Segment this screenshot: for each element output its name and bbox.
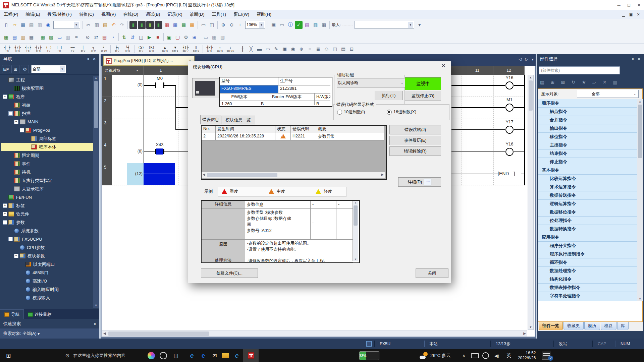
monitor-stop-icon[interactable]: ▢	[174, 34, 181, 41]
contact-bar[interactable]	[155, 82, 156, 88]
insert-row-icon[interactable]: ▬	[256, 45, 263, 53]
tab-scroll-right-icon[interactable]: ▷	[525, 57, 528, 62]
zoom-ladder-icon[interactable]: ⊕	[298, 45, 305, 53]
ladder-horizontal-scrollbar[interactable]: ◀▶	[102, 330, 527, 337]
ladder-vertical-scrollbar[interactable]: ▲▼	[528, 75, 534, 330]
ladder-symbol-F5-button[interactable]: ┤ ├F5	[2, 44, 12, 54]
save-icon[interactable]: ▦	[19, 21, 27, 29]
tree-item-无执行类型指定[interactable]: 无执行类型指定	[1, 176, 93, 185]
document-tab-progpou[interactable]: ProgPou [PRG] [LD] 监视执行... ✕	[103, 56, 195, 66]
instruction-category-顺序指令[interactable]: 顺序指令	[538, 99, 643, 108]
parts-toolbar-icon-7[interactable]: ✕	[601, 78, 608, 86]
zoom-out-icon[interactable]: ⊖	[228, 21, 235, 29]
tree-item-输入响应时间[interactable]: 输入响应时间	[1, 285, 93, 294]
mdi-close-button[interactable]: ✕	[635, 12, 642, 17]
comment-icon[interactable]: ▭	[56, 34, 63, 41]
max-combo[interactable]: ▼	[355, 21, 414, 29]
create-file-button[interactable]: 创建文件(C)...	[201, 268, 258, 278]
mail-app-icon[interactable]: ✉	[210, 351, 219, 360]
window-combo[interactable]: ▼	[53, 21, 80, 29]
tree-item-工程[interactable]: 工程	[1, 76, 93, 84]
instruction-group-字符串处理指令[interactable]: 字符串处理指令	[538, 292, 643, 300]
tree-item-模块参数[interactable]: −模块参数	[1, 252, 93, 260]
info-icon[interactable]: ⓘ	[286, 21, 294, 29]
instruction-group-算术运算指令[interactable]: 算术运算指令	[538, 183, 643, 191]
file-explorer-icon[interactable]	[222, 353, 229, 358]
ladder-symbol-sF8-button[interactable]: └┤sF8	[123, 44, 132, 54]
people-app-icon[interactable]	[148, 352, 155, 359]
collapse-icon[interactable]: −	[8, 237, 13, 241]
output-coil-Y16[interactable]	[505, 148, 514, 156]
misc-icon-3[interactable]: ▧	[219, 34, 226, 41]
verify-icon[interactable]: ◫	[137, 34, 145, 41]
instruction-group-停止指令[interactable]: 停止指令	[538, 158, 643, 166]
dialog-tab-模块信息一览[interactable]: 模块信息一览	[221, 116, 255, 124]
menu-item-10[interactable]: 工具(T)	[208, 10, 230, 19]
more-toolbar-icon[interactable]: ▾	[416, 21, 423, 29]
statement-toggle-icon[interactable]: ≣	[314, 45, 322, 53]
instruction-group-数据传送指令[interactable]: 数据传送指令	[538, 191, 643, 200]
device-list-icon[interactable]: ▤	[101, 34, 108, 41]
monitor-read-header[interactable]: 监视读取	[102, 66, 131, 75]
device-monitor-icon-3[interactable]: ▮	[146, 21, 154, 29]
contact-on-state[interactable]	[156, 148, 163, 155]
instruction-group-数据转换指令[interactable]: 数据转换指令	[538, 225, 643, 233]
output-coil-Y17[interactable]	[505, 126, 514, 134]
screen-icon-1[interactable]: ▣	[270, 21, 277, 29]
undo-icon[interactable]: ↶	[110, 21, 117, 29]
edge-app-icon[interactable]: e	[187, 351, 196, 360]
network-icon-3[interactable]: ▦	[320, 21, 328, 29]
browser-app-icon[interactable]: e	[199, 351, 208, 360]
detail-button[interactable]: 详细(D)⌃⌃	[398, 177, 441, 187]
device-comment-icon[interactable]: ▥	[64, 34, 72, 41]
ladder-symbol-caF5-button[interactable]: ↑caF5	[215, 44, 225, 54]
statement-icon[interactable]: ≡	[72, 34, 80, 41]
aux-function-combo[interactable]: 以太网诊断⌄	[337, 78, 406, 87]
tree-item-标签[interactable]: +标签	[1, 201, 93, 210]
instruction-group-结束指令[interactable]: 结束指令	[538, 149, 643, 158]
minimize-button[interactable]: ─	[614, 0, 624, 10]
contact-bar[interactable]	[163, 149, 164, 154]
ladder-symbol-F9-button[interactable]: ──F9	[68, 44, 77, 54]
expand-icon[interactable]: +	[3, 203, 7, 208]
ladder-symbol-sF9-button[interactable]: │sF9	[78, 44, 88, 54]
ladder-symbol-F7-button[interactable]: ( )F7	[44, 44, 54, 54]
tree-item-FX5UCPU[interactable]: −FX5UCPU	[1, 235, 93, 243]
wire-draw-icon[interactable]: ╂	[239, 45, 247, 53]
misc-icon-2[interactable]: ▦	[210, 34, 218, 41]
close-icon[interactable]: ✕	[93, 57, 96, 61]
check-status-icon[interactable]: ✓	[295, 21, 303, 29]
gear-icon[interactable]: ⚙	[21, 65, 29, 73]
tree-item-模块配置图[interactable]: 模块配置图	[1, 84, 93, 93]
tray-battery-icon[interactable]	[471, 353, 479, 358]
output-coil-M1[interactable]	[505, 104, 514, 112]
button-错误解除(R)[interactable]: 错误解除(R)	[389, 146, 441, 156]
ladder-symbol-aF5-button[interactable]: ┤P├aF5	[205, 44, 214, 54]
window-tile-icon[interactable]: ◫	[208, 21, 216, 29]
tree-item-ProgPou[interactable]: −ProgPou	[1, 126, 93, 134]
tab-connection-destination[interactable]: 连接目标	[24, 310, 55, 319]
watch-window-icon-1[interactable]: ▦	[163, 21, 171, 29]
simulation-icon[interactable]: ⚙	[182, 34, 190, 41]
device-monitor-icon-2[interactable]: ▮	[138, 21, 146, 29]
language-indicator[interactable]: 英	[504, 351, 513, 360]
pin-icon[interactable]: ⏸	[632, 57, 634, 61]
menu-item-2[interactable]: 编辑(E)	[22, 10, 44, 19]
tree-item-高速I/O[interactable]: 高速I/O	[1, 277, 93, 285]
ladder-symbol-F8-button[interactable]: [ ]F8	[54, 44, 64, 54]
close-button[interactable]: ✕	[634, 0, 644, 10]
ladder-symbol-saF7-button[interactable]: ┤∥├saF7	[181, 44, 191, 54]
collapse-icon[interactable]: −	[20, 128, 24, 132]
delete-row-icon[interactable]: ▭	[264, 45, 272, 53]
parameter-icon[interactable]: ▥	[19, 34, 27, 41]
wire-delete-icon[interactable]: ╳	[247, 45, 255, 53]
parts-tab-库[interactable]: 库	[617, 322, 629, 330]
ladder-symbol-sF5-button[interactable]: ┤/├sF5	[13, 44, 22, 54]
collapse-icon[interactable]: −	[14, 120, 18, 124]
tree-item-程序[interactable]: −程序	[1, 93, 93, 101]
display-target-combo[interactable]: 全部⌄	[577, 90, 639, 98]
close-icon[interactable]: ✕	[637, 57, 641, 61]
task-view-icon[interactable]: ◫	[172, 351, 180, 360]
start-button[interactable]: ⊞	[4, 351, 13, 360]
tab-navigation[interactable]: 导航	[0, 309, 24, 319]
